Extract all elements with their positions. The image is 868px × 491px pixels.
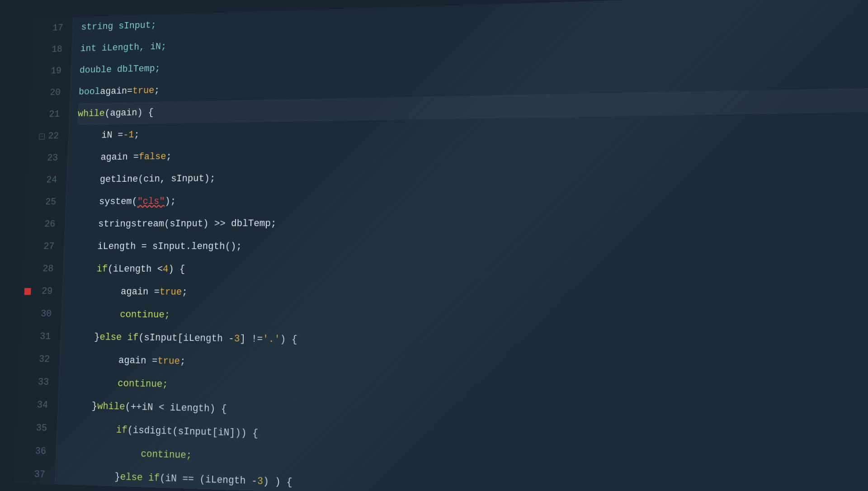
line-number-27: 27: [24, 236, 61, 258]
line-number-21: 21: [29, 104, 66, 126]
fold-icon[interactable]: [39, 133, 45, 139]
code-area[interactable]: string sInput;int iLength, iN;double dbl…: [55, 0, 868, 491]
line-number-35: 35: [15, 416, 53, 440]
code-editor: 1718192021222324252627282930313233343536…: [14, 0, 868, 491]
line-number-37: 37: [14, 463, 52, 487]
line-number-29: 29: [21, 280, 58, 303]
line-number-17: 17: [33, 17, 69, 40]
line-number-30: 30: [20, 302, 58, 326]
code-line-28: iLength = sInput.length();: [72, 235, 868, 260]
line-number-38: 38: [13, 486, 51, 491]
code-line-27: stringstream(sInput) >> dblTemp;: [73, 210, 868, 236]
line-number-25: 25: [25, 191, 62, 213]
line-number-28: 28: [23, 258, 60, 280]
breakpoint-indicator: [24, 288, 31, 295]
line-number-22: 22: [28, 125, 65, 147]
line-number-33: 33: [18, 371, 55, 394]
code-line-29: if (iLength < 4) {: [71, 258, 868, 284]
line-number-34: 34: [17, 393, 54, 417]
line-number-32: 32: [19, 348, 56, 371]
line-number-36: 36: [14, 439, 52, 464]
line-number-31: 31: [19, 325, 57, 348]
line-number-20: 20: [30, 82, 66, 104]
line-number-19: 19: [31, 60, 68, 83]
line-number-24: 24: [26, 169, 63, 191]
line-number-18: 18: [32, 39, 69, 61]
line-number-23: 23: [27, 147, 64, 170]
line-number-26: 26: [24, 213, 61, 236]
